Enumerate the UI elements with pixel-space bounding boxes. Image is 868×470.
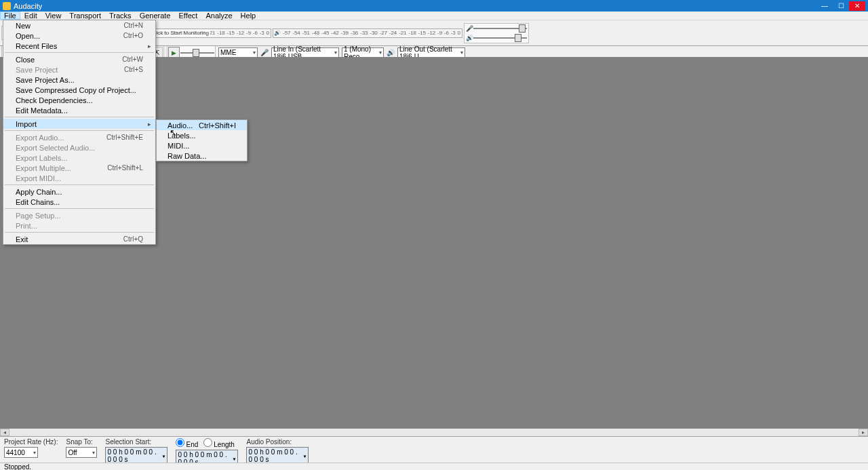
file-menu-item[interactable]: Check Dependencies... xyxy=(3,95,155,105)
meter-tick: -33 xyxy=(360,30,368,36)
meter-tick: -6 xyxy=(444,30,449,36)
selection-start-label: Selection Start: xyxy=(105,438,167,446)
file-menu-item: Export Audio...Ctrl+Shift+E xyxy=(3,132,155,142)
file-menu-item: Export Labels... xyxy=(3,153,155,163)
file-menu-item[interactable]: Save Compressed Copy of Project... xyxy=(3,85,155,95)
app-title: Audacity xyxy=(14,2,816,10)
menu-analyze[interactable]: Analyze xyxy=(201,12,236,20)
menu-effect[interactable]: Effect xyxy=(175,12,202,20)
meter-tick: -57 xyxy=(283,30,291,36)
meter-tick: -39 xyxy=(341,30,349,36)
meter-tick: -18 xyxy=(408,30,416,36)
playback-meter[interactable]: 🔊 -57-54-51-48-45-42-39-36-33-30-27-24-2… xyxy=(273,28,462,38)
file-menu-item: Export Multiple...Ctrl+Shift+L xyxy=(3,163,155,173)
file-dropdown-menu: NewCtrl+NOpen...Ctrl+ORecent Files▸Close… xyxy=(3,20,156,245)
file-menu-item: Export MIDI... xyxy=(3,173,155,183)
import-submenu: Audio...Ctrl+Shift+ILabels...MIDI...Raw … xyxy=(156,119,248,161)
volume-sliders: 🎤 🔊 xyxy=(464,23,529,43)
file-menu-item: Print... xyxy=(3,220,155,231)
meter-tick: -42 xyxy=(331,30,339,36)
menu-edit[interactable]: Edit xyxy=(20,12,41,20)
import-submenu-item[interactable]: MIDI... xyxy=(157,140,247,151)
project-rate-combo[interactable]: 44100 xyxy=(4,447,38,458)
title-bar: Audacity — ☐ ✕ xyxy=(0,0,868,12)
file-menu-item[interactable]: Edit Chains... xyxy=(3,197,155,207)
meter-tick: -15 xyxy=(418,30,427,36)
meter-tick: -3 xyxy=(451,30,456,36)
meter-tick: -3 xyxy=(260,30,264,36)
meter-tick: -45 xyxy=(321,30,330,36)
meter-tick: -36 xyxy=(351,30,359,36)
menu-view[interactable]: View xyxy=(41,12,66,20)
file-menu-item[interactable]: Open...Ctrl+O xyxy=(3,31,155,41)
file-menu-item[interactable]: NewCtrl+N xyxy=(3,20,155,31)
meter-tick: -48 xyxy=(312,30,320,36)
audio-position-label: Audio Position: xyxy=(246,438,309,446)
mic-device-icon: 🎤 xyxy=(260,49,269,56)
meter-tick: -6 xyxy=(253,30,258,36)
meter-tick: -27 xyxy=(380,30,388,36)
mic-small-icon: 🎤 xyxy=(466,25,473,32)
scroll-left-arrow[interactable]: ◂ xyxy=(0,429,9,436)
menu-tracks[interactable]: Tracks xyxy=(105,12,136,20)
file-menu-item: Page Setup... xyxy=(3,210,155,220)
file-menu-item[interactable]: Apply Chain... xyxy=(3,187,155,197)
file-menu-item[interactable]: ExitCtrl+Q xyxy=(3,234,155,244)
meter-tick: -51 xyxy=(302,30,311,36)
import-submenu-item[interactable]: Labels... xyxy=(157,130,247,140)
file-menu-item[interactable]: Import▸ xyxy=(3,119,155,129)
status-bar: Stopped. xyxy=(0,463,868,470)
meter-tick: -30 xyxy=(370,30,378,36)
close-button[interactable]: ✕ xyxy=(849,1,865,11)
menu-file[interactable]: File xyxy=(0,12,20,20)
speaker-device-icon: 🔊 xyxy=(387,49,395,56)
maximize-button[interactable]: ☐ xyxy=(833,1,849,11)
end-radio[interactable]: End xyxy=(176,438,198,448)
file-menu-item[interactable]: CloseCtrl+W xyxy=(3,54,155,64)
status-text: Stopped. xyxy=(4,463,31,471)
playback-volume-slider[interactable]: 🔊 xyxy=(466,33,527,43)
menu-help[interactable]: Help xyxy=(237,12,260,20)
meter-tick: -18 xyxy=(217,30,225,36)
file-menu-item: Export Selected Audio... xyxy=(3,142,155,153)
play-speed-slider[interactable] xyxy=(180,48,214,58)
app-icon xyxy=(3,2,11,10)
speaker-icon: 🔊 xyxy=(273,30,281,36)
meter-tick: 0 xyxy=(457,30,460,36)
file-menu-item: Save ProjectCtrl+S xyxy=(3,64,155,75)
snap-to-label: Snap To: xyxy=(66,438,97,446)
scroll-right-arrow[interactable]: ▸ xyxy=(859,429,868,436)
file-menu-item[interactable]: Save Project As... xyxy=(3,75,155,85)
speaker-small-icon: 🔊 xyxy=(466,35,473,41)
snap-to-combo[interactable]: Off xyxy=(66,447,97,458)
meter-click-text: Click to Start Monitoring xyxy=(150,30,210,36)
meter-tick: -9 xyxy=(246,30,251,36)
length-radio[interactable]: Length xyxy=(203,438,235,448)
horizontal-scrollbar[interactable]: ◂ ▸ xyxy=(0,429,868,436)
meter-tick: -15 xyxy=(227,30,235,36)
file-menu-item[interactable]: Recent Files▸ xyxy=(3,41,155,51)
meter-tick: -24 xyxy=(389,30,397,36)
selection-toolbar: Project Rate (Hz): 44100 Snap To: Off Se… xyxy=(0,436,868,463)
meter-tick: -12 xyxy=(237,30,245,36)
import-submenu-item[interactable]: Audio...Ctrl+Shift+I xyxy=(157,120,247,130)
meter-tick: -54 xyxy=(292,30,300,36)
meter-tick: -12 xyxy=(428,30,436,36)
file-menu-item[interactable]: Edit Metadata... xyxy=(3,105,155,115)
meter-tick: 0 xyxy=(266,30,269,36)
import-submenu-item[interactable]: Raw Data... xyxy=(157,151,247,161)
meter-tick: -9 xyxy=(437,30,442,36)
minimize-button[interactable]: — xyxy=(816,1,833,11)
recording-volume-slider[interactable]: 🎤 xyxy=(466,24,527,33)
meter-tick: -21 xyxy=(399,30,407,36)
project-rate-label: Project Rate (Hz): xyxy=(4,438,58,446)
menu-generate[interactable]: Generate xyxy=(136,12,175,20)
menu-transport[interactable]: Transport xyxy=(65,12,105,20)
